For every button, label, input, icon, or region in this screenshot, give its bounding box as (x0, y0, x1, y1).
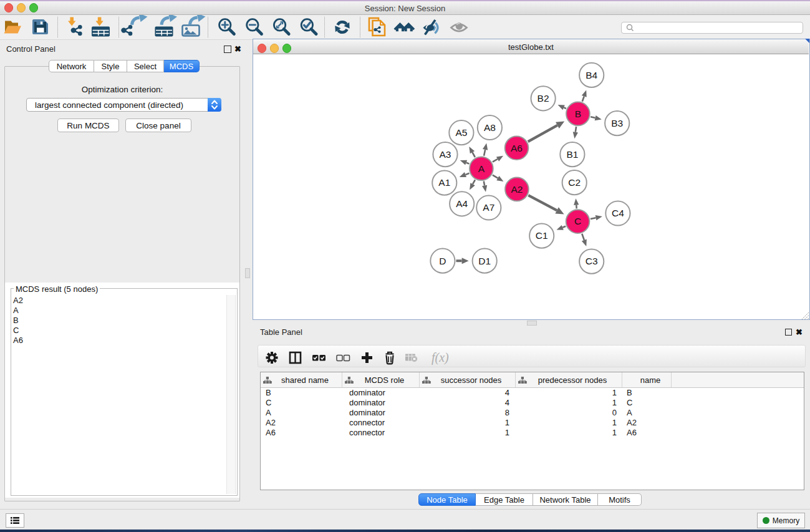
svg-text:f(x): f(x) (432, 351, 449, 365)
svg-text:D1: D1 (478, 256, 491, 266)
svg-text:A5: A5 (455, 127, 467, 138)
svg-text:A6: A6 (511, 143, 523, 153)
svg-text:B: B (575, 109, 581, 119)
svg-text:B2: B2 (538, 93, 549, 104)
svg-text:A3: A3 (440, 149, 451, 160)
svg-text:A4: A4 (456, 198, 468, 209)
svg-text:B3: B3 (611, 118, 623, 128)
svg-text:B4: B4 (586, 70, 597, 80)
svg-text:C2: C2 (568, 177, 581, 188)
svg-text:C: C (574, 216, 581, 226)
svg-text:A: A (478, 163, 485, 174)
svg-text:B1: B1 (566, 149, 578, 160)
svg-text:A8: A8 (484, 122, 496, 133)
svg-text:C3: C3 (586, 256, 598, 266)
svg-text:A7: A7 (483, 202, 494, 213)
svg-text:C1: C1 (536, 230, 548, 241)
svg-text:A2: A2 (511, 184, 523, 195)
svg-text:C4: C4 (612, 208, 624, 218)
svg-text:A1: A1 (438, 177, 450, 188)
svg-text:D: D (439, 256, 446, 266)
